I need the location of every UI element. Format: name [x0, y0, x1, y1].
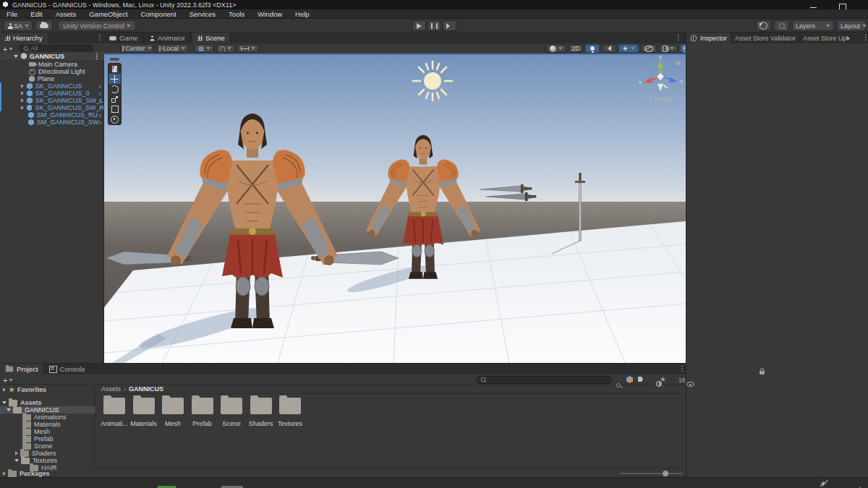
- draw-mode-dropdown[interactable]: [546, 44, 566, 53]
- perspective-label[interactable]: < Persp: [649, 95, 671, 103]
- layout-dropdown[interactable]: Layout: [837, 20, 866, 31]
- tree-item-materials[interactable]: Materials: [0, 421, 95, 428]
- tree-item-mesh[interactable]: Mesh: [0, 428, 95, 435]
- menu-services[interactable]: Services: [183, 10, 222, 18]
- grid-snap-dropdown[interactable]: [237, 44, 259, 53]
- move-tool-button[interactable]: [109, 74, 121, 84]
- hierarchy-item[interactable]: SK_GANNICUS_SW_R ›: [0, 104, 104, 111]
- asset-folder[interactable]: Prefab: [188, 398, 217, 427]
- tab-inspector[interactable]: Inspector: [686, 33, 731, 43]
- slider-thumb[interactable]: [663, 471, 668, 476]
- tree-item-gannicus[interactable]: GANNICUS: [0, 406, 95, 414]
- hierarchy-item[interactable]: SK_GANNICUS_SW_L ›: [0, 97, 104, 104]
- asset-folder[interactable]: Scene: [217, 398, 246, 427]
- prefab-open-chevron[interactable]: ›: [99, 119, 101, 127]
- 2d-toggle[interactable]: 2D: [569, 44, 583, 53]
- hierarchy-item[interactable]: Main Camera: [0, 61, 104, 68]
- tree-item-packages[interactable]: Packages: [0, 470, 95, 477]
- caret-down-icon[interactable]: [2, 401, 7, 404]
- hand-tool-button[interactable]: [109, 64, 121, 74]
- expand-arrow-icon[interactable]: [21, 98, 24, 103]
- tree-item-shaders[interactable]: Shaders: [0, 450, 95, 457]
- pause-button[interactable]: [427, 20, 441, 31]
- grid-visibility-dropdown[interactable]: [194, 44, 214, 53]
- search-everything-button[interactable]: [774, 20, 789, 31]
- camera-settings-dropdown[interactable]: [659, 44, 678, 53]
- tree-item-textures[interactable]: Textures: [0, 457, 95, 464]
- asset-folder[interactable]: Mesh: [158, 398, 187, 427]
- menu-tools[interactable]: Tools: [222, 10, 251, 18]
- undo-history-button[interactable]: [756, 20, 771, 31]
- menu-component[interactable]: Component: [135, 10, 183, 18]
- project-search-input[interactable]: [488, 376, 608, 383]
- expand-arrow-icon[interactable]: [21, 106, 24, 110]
- effects-dropdown[interactable]: [618, 44, 639, 53]
- account-button[interactable]: SA: [4, 20, 33, 31]
- play-button[interactable]: [412, 20, 426, 31]
- label-filter-icon[interactable]: [638, 377, 643, 382]
- menu-file[interactable]: File: [0, 10, 24, 18]
- gizmo-lock-icon[interactable]: [676, 61, 681, 65]
- tree-item-animations[interactable]: Animations: [0, 414, 95, 421]
- scene-viewport[interactable]: y x z < Persp: [104, 53, 686, 363]
- menu-assets[interactable]: Assets: [49, 10, 83, 18]
- expand-arrow-icon[interactable]: [3, 471, 6, 476]
- tab-console[interactable]: Console: [44, 364, 91, 374]
- favorites-filter-icon[interactable]: ★: [660, 375, 666, 383]
- tool-rotation-dropdown[interactable]: Local: [156, 44, 188, 53]
- asset-folder[interactable]: Materials: [129, 398, 158, 427]
- visible-count-eye-icon[interactable]: [686, 382, 694, 387]
- package-visibility-icon[interactable]: [626, 376, 633, 383]
- tab-scene[interactable]: Scene: [192, 33, 231, 43]
- tab-project[interactable]: Project: [0, 364, 44, 374]
- snap-increment-dropdown[interactable]: [216, 44, 235, 53]
- tree-item-prefab[interactable]: Prefab: [0, 435, 95, 442]
- expand-arrow-icon[interactable]: [21, 91, 24, 95]
- breadcrumb-root[interactable]: Assets: [101, 385, 121, 393]
- step-button[interactable]: [443, 20, 456, 31]
- menu-edit[interactable]: Edit: [24, 10, 48, 18]
- project-search[interactable]: [476, 376, 612, 384]
- tab-game[interactable]: Game: [104, 33, 144, 43]
- asset-folder[interactable]: Textures: [276, 398, 305, 427]
- menu-help[interactable]: Help: [289, 10, 316, 18]
- rotate-tool-button[interactable]: [109, 84, 121, 94]
- notifications-disabled-icon[interactable]: [820, 479, 828, 487]
- scale-tool-button[interactable]: [109, 94, 121, 104]
- menu-window[interactable]: Window: [251, 10, 289, 18]
- thumbnail-zoom-slider[interactable]: [621, 473, 683, 474]
- panel-menu-icon[interactable]: ⋮: [678, 365, 686, 372]
- tree-item-scene[interactable]: Scene: [0, 442, 95, 450]
- layers-dropdown[interactable]: Layers: [792, 20, 834, 31]
- lock-icon[interactable]: [760, 371, 765, 374]
- hierarchy-scene-row[interactable]: GANNICUS ⋮: [0, 52, 104, 60]
- expand-arrow-icon[interactable]: [15, 451, 18, 455]
- hierarchy-search-input[interactable]: [30, 45, 89, 52]
- hierarchy-search[interactable]: [19, 45, 93, 53]
- caret-down-icon[interactable]: [7, 408, 11, 411]
- scene-visibility-toggle[interactable]: [641, 44, 657, 53]
- maximize-button[interactable]: [839, 3, 846, 9]
- expand-arrow-icon[interactable]: [3, 388, 6, 392]
- version-control-button[interactable]: Unity Version Control: [58, 20, 136, 31]
- tree-item-favorites[interactable]: ★ Favorites: [0, 386, 95, 393]
- hierarchy-item[interactable]: SM_GANNICUS_SW ›: [0, 119, 104, 126]
- transform-tool-button[interactable]: [109, 114, 121, 124]
- tab-overflow-icon[interactable]: ▸: [847, 35, 850, 41]
- asset-folder[interactable]: Shaders: [247, 398, 276, 427]
- tab-hierarchy[interactable]: Hierarchy: [0, 33, 48, 43]
- scene-menu-icon[interactable]: ⋮: [93, 53, 101, 60]
- menu-gameobject[interactable]: GameObject: [82, 10, 134, 18]
- overlay-drag-handle[interactable]: [110, 58, 119, 61]
- tool-pivot-dropdown[interactable]: Center: [120, 44, 153, 53]
- hierarchy-item[interactable]: Plane: [0, 75, 104, 82]
- hierarchy-item[interactable]: SM_GANNICUS_RUDIUS ›: [0, 111, 104, 119]
- hierarchy-item[interactable]: Directional Light: [0, 68, 104, 75]
- tab-asset-store-upload[interactable]: Asset Store Upload: [800, 33, 849, 43]
- audio-toggle[interactable]: [602, 44, 616, 53]
- hierarchy-item[interactable]: SK_GANNICUS ›: [0, 82, 104, 90]
- create-asset-button[interactable]: +: [3, 376, 13, 385]
- asset-folder[interactable]: Animati...: [100, 398, 129, 427]
- cloud-services-button[interactable]: [35, 20, 53, 31]
- panel-menu-icon[interactable]: ⋮: [862, 34, 868, 41]
